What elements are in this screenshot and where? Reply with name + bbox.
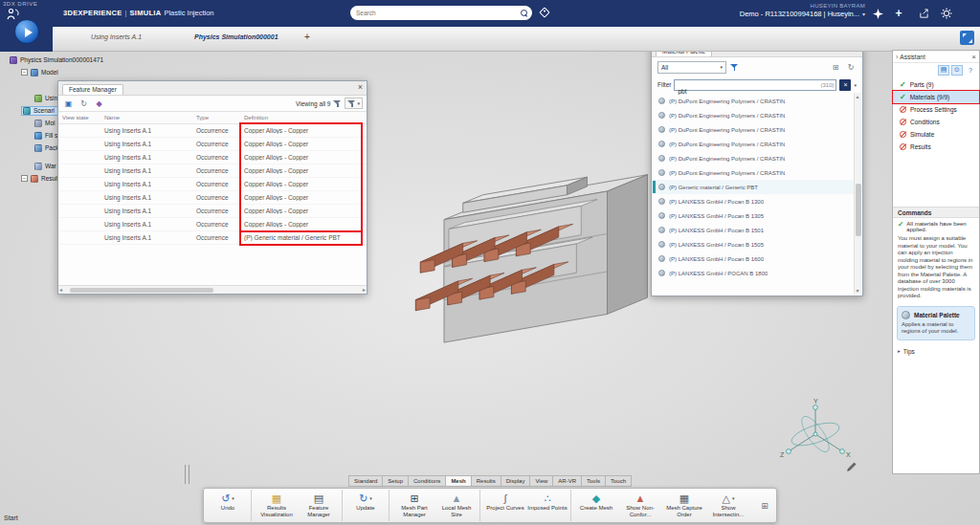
list-view-icon[interactable]: ▤ (938, 65, 949, 76)
column-definition[interactable]: Definition (242, 115, 367, 120)
3d-model-canvas[interactable] (371, 151, 678, 352)
compass-apps-icon[interactable] (871, 7, 884, 20)
ribbon-button[interactable]: Show Intersectin... (706, 490, 750, 521)
ribbon-button[interactable]: Imposed Points (527, 490, 571, 521)
refresh-icon[interactable]: ↻ (78, 98, 90, 110)
material-list-item[interactable]: (P) LANXESS GmbH / Pocan B 1600 (652, 252, 862, 266)
material-list-item[interactable]: (P) LANXESS GmbH / Pocan B 1501 (652, 223, 862, 237)
column-name[interactable]: Name (104, 115, 196, 120)
clear-filter-button[interactable]: × (839, 79, 851, 91)
ribbon-button[interactable]: Mesh Capture Order (662, 490, 706, 521)
table-row[interactable]: Using Inserts A.1 Occurrence Copper Allo… (60, 151, 367, 164)
global-search[interactable] (350, 6, 532, 20)
tree-item[interactable]: − Model (8, 66, 175, 78)
ribbon-button[interactable]: Local Mesh Size (436, 490, 480, 521)
tag-icon[interactable] (539, 7, 549, 17)
tree-expander-icon[interactable]: − (21, 69, 28, 76)
material-list-item[interactable]: (P) LANXESS GmbH / Pocan B 1300 (652, 194, 862, 208)
checklist-item[interactable]: ✓ Materials (9/9) (893, 91, 979, 103)
table-row[interactable]: Using Inserts A.1 Occurrence (P) Generic… (60, 231, 367, 245)
table-row[interactable]: Using Inserts A.1 Occurrence Copper Allo… (60, 178, 367, 191)
help-icon[interactable]: ? (965, 65, 976, 76)
table-row[interactable]: Using Inserts A.1 Occurrence Copper Allo… (60, 218, 367, 231)
user-menu[interactable]: HUSEYIN BAYRAM Demo - R1132100994168 | H… (740, 3, 865, 18)
checklist-item[interactable]: ✓ Parts (9) (893, 78, 979, 91)
material-list-item[interactable]: (P) LANXESS GmbH / Pocan B 1505 (652, 237, 862, 252)
close-icon[interactable]: × (358, 83, 363, 92)
search-icon[interactable] (521, 10, 527, 16)
ribbon-button[interactable]: Mesh Part Manager (392, 490, 436, 521)
material-list-item[interactable]: (P) DuPont Engineering Polymers / CRASTI… (652, 108, 862, 122)
ribbon-tab[interactable]: Conditions (408, 475, 445, 487)
ribbon-tab[interactable]: Setup (382, 475, 408, 487)
vertical-scrollbar[interactable] (854, 93, 861, 294)
layers-icon[interactable]: ▣ (62, 98, 75, 110)
material-list-item[interactable]: (P) LANXESS GmbH / POCAN B 1800 (652, 266, 862, 280)
material-list-item[interactable]: (P) DuPont Engineering Polymers / CRASTI… (652, 122, 862, 137)
3d-viewport[interactable] (371, 151, 678, 356)
collapse-panel-icon[interactable]: › (896, 54, 898, 60)
column-type[interactable]: Type (196, 115, 242, 120)
material-list-item[interactable]: (P) DuPont Engineering Polymers / CRASTI… (652, 151, 862, 165)
table-row[interactable]: Using Inserts A.1 Occurrence Copper Allo… (60, 164, 367, 178)
column-view-state[interactable]: View state (60, 115, 104, 120)
ribbon-tab[interactable]: Touch (605, 475, 632, 487)
ribbon-button[interactable]: Update (345, 490, 390, 521)
checklist-item[interactable]: ✓ Results (893, 141, 979, 153)
ribbon-tab[interactable]: AR-VR (552, 475, 581, 487)
filter-options-button[interactable]: ▾ (345, 98, 363, 109)
new-tab-button[interactable]: + (304, 32, 310, 42)
settings-gear-icon[interactable] (940, 7, 953, 20)
search-input[interactable] (350, 10, 521, 16)
checklist-item[interactable]: ✓ Conditions (893, 116, 979, 128)
material-list-item[interactable]: (P) DuPont Engineering Polymers / CRASTI… (652, 165, 862, 180)
scrollbar-thumb[interactable] (70, 288, 213, 294)
ribbon-tab[interactable]: Standard (348, 475, 382, 487)
scrollbar-thumb[interactable] (856, 184, 861, 236)
ribbon-button[interactable]: Results Visualization (255, 490, 299, 521)
ribbon-button[interactable]: Project Curves (483, 490, 527, 521)
table-row[interactable]: Using Inserts A.1 Occurrence Copper Allo… (60, 191, 367, 205)
checklist-item[interactable]: ✓ Simulate (893, 128, 979, 141)
eye-icon[interactable]: ⊙ (951, 65, 963, 76)
checklist-item[interactable]: ✓ Process Settings (893, 103, 979, 116)
material-palette-command-card[interactable]: Material Palette Applies a material to r… (897, 306, 975, 340)
ribbon-tab[interactable]: Mesh (445, 475, 470, 487)
materials-icon[interactable]: ◆ (93, 98, 105, 110)
ribbon-button[interactable]: Create Mesh (574, 490, 618, 521)
ribbon-tab[interactable]: Results (471, 475, 501, 487)
material-list-item[interactable]: (P) DuPont Engineering Polymers / CRASTI… (652, 94, 862, 108)
tips-section[interactable]: ▸ Tips (893, 340, 979, 355)
feature-manager-titlebar[interactable]: Feature Manager × (58, 81, 367, 96)
maximize-button[interactable] (960, 31, 974, 45)
refresh-icon[interactable]: ↻ (845, 63, 857, 72)
material-list-item[interactable]: (P) DuPont Engineering Polymers / CRASTI… (652, 137, 862, 151)
tab-physics-simulation[interactable]: Physics Simulation000001 (194, 33, 278, 40)
ribbon-tab[interactable]: View (529, 475, 552, 487)
tab-using-inserts[interactable]: Using Inserts A.1 (91, 33, 142, 40)
material-list-item[interactable]: (P) LANXESS GmbH / Pocan B 1305 (652, 208, 862, 223)
3ds-compass-icon[interactable] (14, 19, 39, 44)
close-icon[interactable]: × (971, 53, 976, 61)
grid-view-icon[interactable]: ⊞ (830, 63, 841, 72)
sketch-pencil-icon[interactable] (846, 459, 858, 476)
tree-item[interactable]: Physics Simulation000001471 (8, 54, 175, 66)
table-row[interactable]: Using Inserts A.1 Occurrence Copper Allo… (60, 124, 367, 138)
splitter-handle[interactable] (185, 465, 189, 484)
table-mini-icon[interactable]: ⊞ (757, 501, 772, 511)
share-icon[interactable] (917, 7, 930, 20)
ribbon-tab[interactable]: Tools (581, 475, 605, 487)
scope-dropdown[interactable]: All▾ (657, 61, 726, 74)
ribbon-button[interactable]: Undo (208, 490, 252, 521)
filter-funnel-icon[interactable] (333, 99, 342, 108)
table-row[interactable]: Using Inserts A.1 Occurrence Copper Allo… (60, 205, 367, 218)
horizontal-scrollbar[interactable] (58, 285, 367, 294)
filter-funnel-icon[interactable] (730, 63, 739, 72)
table-row[interactable]: Using Inserts A.1 Occurrence Copper Allo… (60, 138, 367, 151)
ribbon-button[interactable]: Feature Manager (299, 490, 343, 521)
ribbon-button[interactable]: Show Non-Confor... (618, 490, 662, 521)
material-list-item[interactable]: (P) Generic material / Generic PBT (652, 180, 862, 194)
tree-expander-icon[interactable]: − (21, 175, 28, 182)
start-button[interactable]: Start (4, 514, 18, 521)
chevron-down-icon[interactable]: ▾ (854, 82, 857, 88)
